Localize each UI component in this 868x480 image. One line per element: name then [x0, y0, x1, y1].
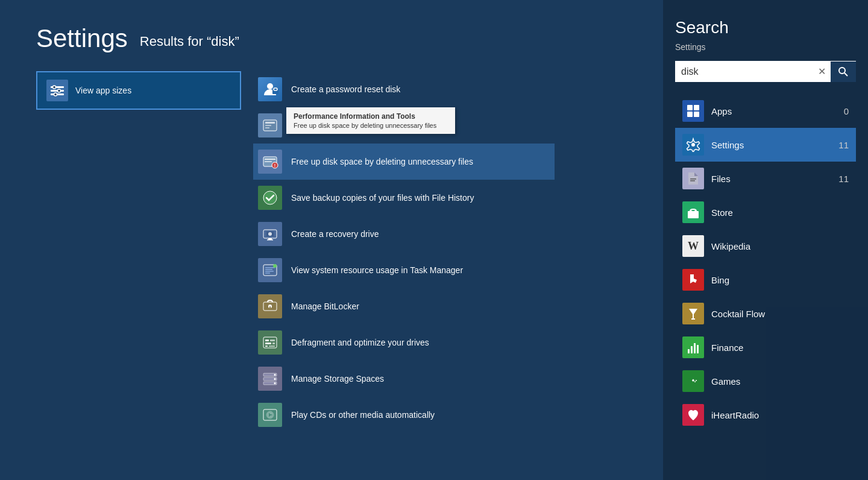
games-icon	[682, 370, 704, 392]
svg-rect-63	[691, 346, 693, 353]
settings-icon	[46, 80, 68, 101]
category-item-bing[interactable]: Bing	[675, 263, 856, 297]
page-title: Settings	[36, 24, 128, 53]
svg-point-43	[274, 374, 276, 376]
svg-rect-53	[694, 105, 699, 110]
svg-point-60	[691, 210, 692, 212]
disk2-icon: !	[258, 150, 282, 174]
category-item-iheart[interactable]: iHeartRadio	[675, 398, 856, 432]
settings-cat-label: Settings	[711, 140, 838, 150]
free-disk-label: Free up disk space by deleting unnecessa…	[291, 157, 473, 166]
wikipedia-icon: W	[682, 235, 704, 257]
svg-rect-27	[265, 271, 274, 272]
right-item-create-password-reset[interactable]: Create a password reset disk	[253, 71, 555, 107]
clear-button[interactable]: ✕	[813, 61, 831, 82]
svg-point-69	[696, 380, 697, 381]
svg-point-61	[694, 210, 696, 212]
backup-icon	[258, 186, 282, 210]
right-item-play-cds[interactable]: Play CDs or other media automatically	[253, 397, 555, 433]
sidebar: Search Settings ✕ Apps 0	[663, 0, 868, 480]
category-item-apps[interactable]: Apps 0	[675, 94, 856, 128]
iheart-label: iHeartRadio	[711, 410, 849, 420]
svg-rect-25	[265, 267, 275, 268]
svg-rect-64	[694, 343, 696, 353]
svg-rect-35	[270, 339, 275, 341]
svg-rect-54	[687, 112, 693, 117]
svg-rect-23	[267, 239, 273, 241]
svg-rect-26	[265, 269, 272, 270]
svg-point-45	[274, 382, 276, 384]
left-item-view-app-sizes[interactable]: View app sizes	[36, 71, 241, 110]
svg-point-44	[274, 378, 276, 380]
results-subtitle: Results for “disk”	[140, 34, 239, 49]
svg-point-56	[691, 143, 695, 147]
right-item-bitlocker[interactable]: Manage BitLocker	[253, 288, 555, 324]
category-item-games[interactable]: Games	[675, 364, 856, 398]
settings-cat-icon	[682, 134, 704, 156]
view-app-sizes-label: View app sizes	[75, 86, 131, 95]
right-item-defrag[interactable]: Defragment and optimize your drives	[253, 324, 555, 361]
svg-rect-59	[688, 211, 699, 218]
left-column: View app sizes	[36, 71, 241, 433]
svg-rect-34	[265, 339, 269, 341]
svg-rect-12	[265, 127, 269, 128]
cocktail-label: Cocktail Flow	[711, 309, 849, 319]
apps-icon	[682, 100, 704, 122]
svg-point-4	[58, 89, 61, 92]
category-item-cocktail[interactable]: Cocktail Flow	[675, 297, 856, 330]
svg-rect-62	[688, 349, 690, 353]
store-label: Store	[711, 207, 849, 218]
defrag-label: Defragment and optimize your drives	[291, 338, 429, 347]
category-item-wikipedia[interactable]: W Wikipedia	[675, 229, 856, 263]
defrag-icon	[258, 330, 282, 355]
games-label: Games	[711, 376, 849, 387]
right-item-free-disk[interactable]: Performance Information and Tools Free u…	[253, 144, 555, 180]
apps-count: 0	[844, 106, 849, 116]
category-item-files[interactable]: Files 11	[675, 162, 856, 195]
right-item-backup[interactable]: Save backup copies of your files with Fi…	[253, 180, 555, 216]
svg-rect-39	[269, 346, 275, 347]
svg-point-21	[268, 232, 272, 236]
search-box-container[interactable]: ✕	[675, 61, 856, 82]
svg-text:!: !	[274, 163, 275, 168]
category-item-settings[interactable]: Settings 11	[675, 128, 856, 162]
header-row: Settings Results for “disk”	[36, 24, 627, 53]
sidebar-categories: Apps 0 Settings 11	[675, 94, 856, 432]
finance-icon	[682, 336, 704, 358]
svg-rect-65	[697, 345, 699, 353]
svg-point-3	[53, 86, 56, 89]
svg-point-18	[263, 191, 277, 204]
svg-point-5	[54, 93, 57, 96]
recovery-label: Create a recovery drive	[291, 229, 379, 239]
right-item-task-manager[interactable]: View system resource usage in Task Manag…	[253, 252, 555, 288]
search-input[interactable]	[675, 62, 813, 82]
person-icon	[258, 77, 282, 101]
right-item-recovery[interactable]: Create a recovery drive	[253, 216, 555, 252]
svg-rect-68	[693, 379, 694, 382]
svg-rect-11	[265, 125, 271, 126]
svg-rect-14	[265, 159, 275, 160]
category-item-finance[interactable]: Finance	[675, 330, 856, 364]
finance-label: Finance	[711, 343, 849, 353]
svg-rect-10	[265, 122, 275, 124]
svg-rect-37	[272, 343, 275, 344]
bing-label: Bing	[711, 275, 849, 285]
svg-rect-32	[269, 306, 271, 309]
backup-label: Save backup copies of your files with Fi…	[291, 193, 474, 203]
bitlocker-label: Manage BitLocker	[291, 302, 359, 311]
go-button[interactable]	[831, 62, 856, 82]
task-manager-label: View system resource usage in Task Manag…	[291, 265, 463, 275]
tooltip: Performance Information and Tools Free u…	[286, 107, 455, 134]
right-item-storage-spaces[interactable]: Manage Storage Spaces	[253, 361, 555, 397]
category-item-store[interactable]: Store	[675, 195, 856, 229]
svg-rect-36	[265, 343, 271, 344]
svg-point-29	[273, 264, 277, 268]
svg-line-51	[844, 73, 848, 76]
files-icon	[682, 168, 704, 189]
tooltip-title: Performance Information and Tools	[294, 112, 448, 121]
svg-rect-57	[690, 178, 696, 180]
tooltip-desc: Free up disk space by deleting unnecessa…	[294, 122, 448, 129]
svg-rect-22	[268, 238, 272, 239]
apps-label: Apps	[711, 106, 844, 116]
disk-icon	[258, 113, 282, 137]
